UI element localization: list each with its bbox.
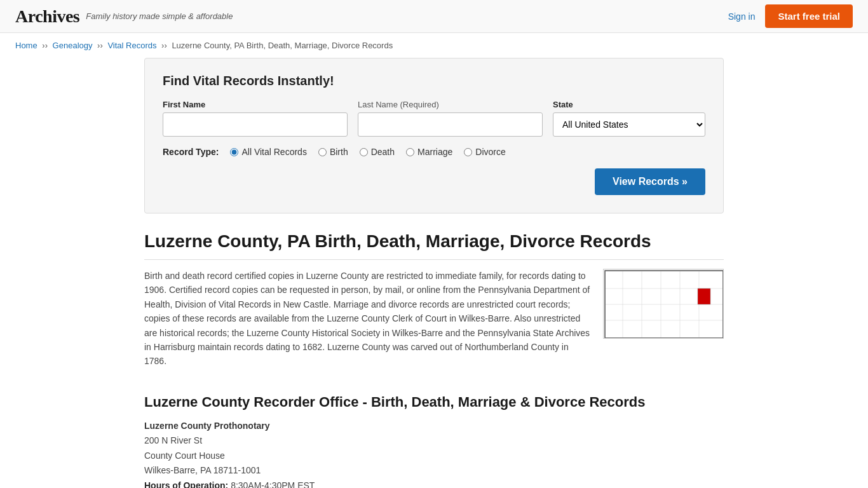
office-address-2: County Court House xyxy=(144,449,724,464)
sub-heading: Luzerne County Recorder Office - Birth, … xyxy=(144,388,724,410)
radio-death[interactable] xyxy=(360,148,368,156)
header-left: Archives Family history made simple & af… xyxy=(15,6,233,27)
record-type-row: Record Type: All Vital Records Birth Dea… xyxy=(163,147,705,157)
record-type-options: All Vital Records Birth Death Marriage D… xyxy=(230,147,505,157)
site-header: Archives Family history made simple & af… xyxy=(0,0,868,33)
first-name-input[interactable] xyxy=(163,112,348,137)
header-right: Sign in Start free trial xyxy=(728,4,853,28)
sign-in-link[interactable]: Sign in xyxy=(728,11,756,22)
radio-marriage[interactable] xyxy=(406,148,414,156)
office-name: Luzerne County Prothonotary xyxy=(144,421,724,431)
record-type-all[interactable]: All Vital Records xyxy=(230,147,306,157)
breadcrumb-vital-records[interactable]: Vital Records xyxy=(107,41,156,50)
start-trial-button[interactable]: Start free trial xyxy=(765,4,853,28)
pa-map-container xyxy=(603,269,724,339)
pa-map xyxy=(603,269,724,369)
radio-all[interactable] xyxy=(230,148,238,156)
first-name-group: First Name xyxy=(163,100,348,137)
breadcrumb-sep-1: ›› xyxy=(42,41,50,50)
office-info: Luzerne County Prothonotary 200 N River … xyxy=(144,421,724,488)
record-type-divorce[interactable]: Divorce xyxy=(464,147,505,157)
breadcrumb: Home ›› Genealogy ›› Vital Records ›› Lu… xyxy=(0,33,868,58)
breadcrumb-genealogy[interactable]: Genealogy xyxy=(53,41,93,50)
radio-divorce[interactable] xyxy=(464,148,472,156)
first-name-label: First Name xyxy=(163,100,348,109)
description-section: Birth and death record certified copies … xyxy=(144,269,724,369)
record-type-birth[interactable]: Birth xyxy=(318,147,348,157)
office-hours: Hours of Operation: 8:30AM-4:30PM EST xyxy=(144,478,724,488)
hours-label: Hours of Operation: xyxy=(144,480,228,488)
view-records-button[interactable]: View Records » xyxy=(595,168,705,195)
last-name-label: Last Name (Required) xyxy=(358,100,543,109)
state-group: State All United States Alabama Alaska A… xyxy=(553,100,705,137)
page-heading: Luzerne County, PA Birth, Death, Marriag… xyxy=(144,231,724,260)
record-type-death[interactable]: Death xyxy=(360,147,395,157)
logo: Archives Family history made simple & af… xyxy=(15,6,233,27)
search-fields: First Name Last Name (Required) State Al… xyxy=(163,100,705,137)
office-address: 200 N River St County Court House Wilkes… xyxy=(144,433,724,488)
record-type-label: Record Type: xyxy=(163,147,219,157)
last-name-group: Last Name (Required) xyxy=(358,100,543,137)
search-box: Find Vital Records Instantly! First Name… xyxy=(144,58,724,214)
last-name-input[interactable] xyxy=(358,112,543,137)
hours-value: 8:30AM-4:30PM EST xyxy=(231,480,315,488)
state-label: State xyxy=(553,100,705,109)
office-address-3: Wilkes-Barre, PA 18711-1001 xyxy=(144,463,724,478)
breadcrumb-home[interactable]: Home xyxy=(15,41,37,50)
logo-text: Archives xyxy=(15,6,79,27)
svg-rect-9 xyxy=(698,288,710,304)
record-type-marriage[interactable]: Marriage xyxy=(406,147,452,157)
breadcrumb-current: Luzerne County, PA Birth, Death, Marriag… xyxy=(172,41,393,50)
pa-map-svg xyxy=(604,269,724,339)
office-address-1: 200 N River St xyxy=(144,433,724,449)
main-content: Find Vital Records Instantly! First Name… xyxy=(129,58,739,488)
view-records-row: View Records » xyxy=(163,168,705,195)
breadcrumb-sep-2: ›› xyxy=(97,41,105,50)
description-text: Birth and death record certified copies … xyxy=(144,269,590,369)
breadcrumb-sep-3: ›› xyxy=(161,41,169,50)
logo-tagline: Family history made simple & affordable xyxy=(86,11,233,21)
radio-birth[interactable] xyxy=(318,148,327,156)
state-select[interactable]: All United States Alabama Alaska Arizona… xyxy=(553,112,705,137)
search-title: Find Vital Records Instantly! xyxy=(163,74,705,88)
